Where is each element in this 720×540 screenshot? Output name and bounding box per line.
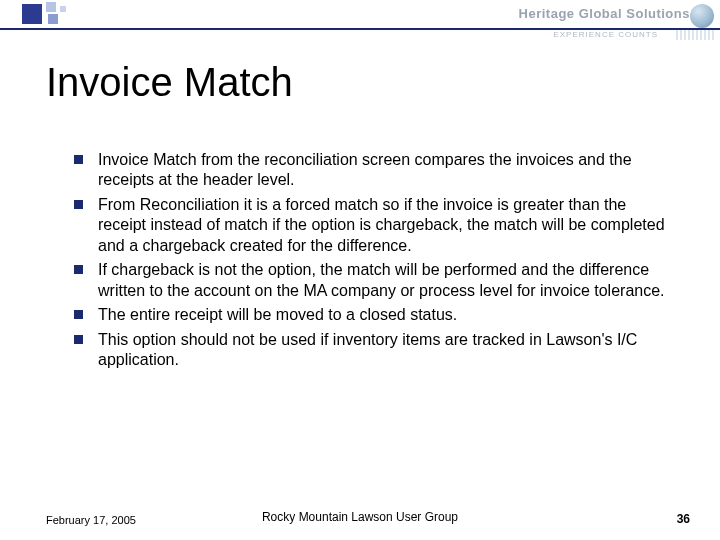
deco-square-med2: [48, 14, 58, 24]
brand-tagline: EXPERIENCE COUNTS: [553, 30, 658, 39]
brand-name: Heritage Global Solutions: [519, 6, 690, 21]
footer-center: Rocky Mountain Lawson User Group: [0, 510, 720, 524]
header-decoration: Heritage Global Solutions EXPERIENCE COU…: [0, 0, 720, 42]
slide-title: Invoice Match: [46, 60, 293, 105]
deco-square-large: [22, 4, 42, 24]
bullet-item: The entire receipt will be moved to a cl…: [74, 305, 674, 325]
slide-footer: February 17, 2005 Rocky Mountain Lawson …: [0, 506, 720, 526]
globe-icon: [690, 4, 714, 28]
bullet-item: If chargeback is not the option, the mat…: [74, 260, 674, 301]
footer-page-number: 36: [677, 512, 690, 526]
barcode-deco: [676, 30, 716, 40]
bullet-item: This option should not be used if invent…: [74, 330, 674, 371]
deco-square-small: [60, 6, 66, 12]
bullet-list: Invoice Match from the reconciliation sc…: [74, 150, 674, 375]
bullet-item: Invoice Match from the reconciliation sc…: [74, 150, 674, 191]
deco-square-med1: [46, 2, 56, 12]
bullet-item: From Reconciliation it is a forced match…: [74, 195, 674, 256]
